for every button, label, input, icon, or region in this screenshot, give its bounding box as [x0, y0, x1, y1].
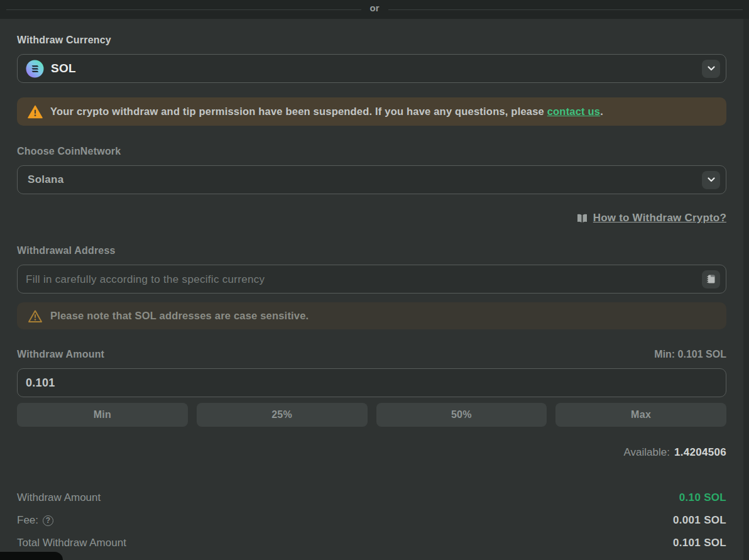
case-sensitive-label: Please note that SOL addresses are case … [50, 310, 309, 321]
top-divider-bar: or [0, 0, 749, 19]
chevron-down-icon [707, 65, 716, 72]
address-book-icon [706, 274, 716, 284]
warning-outline-icon [28, 309, 43, 323]
address-book-button[interactable] [702, 270, 720, 288]
summary-amount-value: 0.10 SOL [679, 491, 726, 504]
network-select[interactable]: Solana [17, 165, 726, 194]
suspension-notice-text: Your crypto withdraw and tip permission … [50, 106, 603, 118]
withdraw-summary: Withdraw Amount 0.10 SOL Fee: 0.001 SOL … [17, 491, 726, 549]
suspension-text: Your crypto withdraw and tip permission … [50, 106, 544, 117]
summary-row-total: Total Withdraw Amount 0.101 SOL [17, 537, 726, 549]
withdrawal-address-label: Withdrawal Address [17, 245, 726, 256]
fee-label-text: Fee: [17, 514, 38, 527]
divider-line-left [6, 9, 361, 10]
how-to-withdraw-link[interactable]: How to Withdraw Crypto? [593, 212, 726, 224]
max-button[interactable]: Max [555, 403, 726, 427]
warning-icon [28, 105, 43, 119]
divider-line-right [388, 9, 743, 10]
summary-total-label: Total Withdraw Amount [17, 537, 126, 549]
bottom-edge-tab [0, 552, 63, 560]
summary-fee-value: 0.001 SOL [673, 514, 726, 527]
withdraw-currency-label: Withdraw Currency [17, 35, 726, 46]
withdrawal-address-field [17, 265, 726, 294]
scroll-gutter[interactable] [743, 19, 749, 560]
summary-amount-label: Withdraw Amount [17, 491, 101, 504]
pct25-button[interactable]: 25% [197, 403, 368, 427]
summary-total-value: 0.101 SOL [673, 537, 726, 549]
network-label: Choose CoinNetwork [17, 146, 726, 157]
summary-row-fee: Fee: 0.001 SOL [17, 514, 726, 527]
available-value: 1.4204506 [674, 446, 726, 459]
book-icon [576, 213, 588, 224]
summary-fee-label: Fee: [17, 514, 53, 527]
withdraw-currency-select[interactable]: SOL [17, 54, 726, 83]
min-amount-hint: Min: 0.101 SOL [654, 349, 726, 360]
solana-coin-icon [26, 60, 44, 78]
divider-or-label: or [361, 3, 388, 13]
summary-row-amount: Withdraw Amount 0.10 SOL [17, 491, 726, 504]
chevron-down-icon [707, 177, 716, 183]
available-label: Available: [624, 446, 670, 459]
available-row: Available: 1.4204506 [17, 446, 726, 459]
help-row: How to Withdraw Crypto? [17, 212, 726, 224]
currency-dropdown-button[interactable] [702, 60, 720, 78]
suspension-notice: Your crypto withdraw and tip permission … [17, 97, 726, 126]
withdraw-form-panel: Withdraw Currency SOL [0, 19, 749, 549]
min-button[interactable]: Min [17, 403, 188, 427]
selected-currency-label: SOL [51, 62, 76, 75]
withdrawal-address-input[interactable] [26, 273, 702, 286]
withdraw-amount-input[interactable] [26, 376, 720, 390]
pct50-button[interactable]: 50% [376, 403, 547, 427]
quick-amount-buttons: Min 25% 50% Max [17, 403, 726, 427]
case-sensitive-notice: Please note that SOL addresses are case … [17, 302, 726, 329]
withdraw-amount-field [17, 368, 726, 397]
withdraw-amount-label: Withdraw Amount [17, 349, 104, 360]
selected-network-label: Solana [28, 173, 64, 186]
suspension-suffix: . [600, 106, 603, 117]
fee-help-icon[interactable] [43, 515, 53, 526]
network-dropdown-button[interactable] [702, 171, 720, 189]
case-sensitive-text: Please note that SOL addresses are case … [50, 310, 309, 322]
contact-us-link[interactable]: contact us [547, 106, 601, 117]
